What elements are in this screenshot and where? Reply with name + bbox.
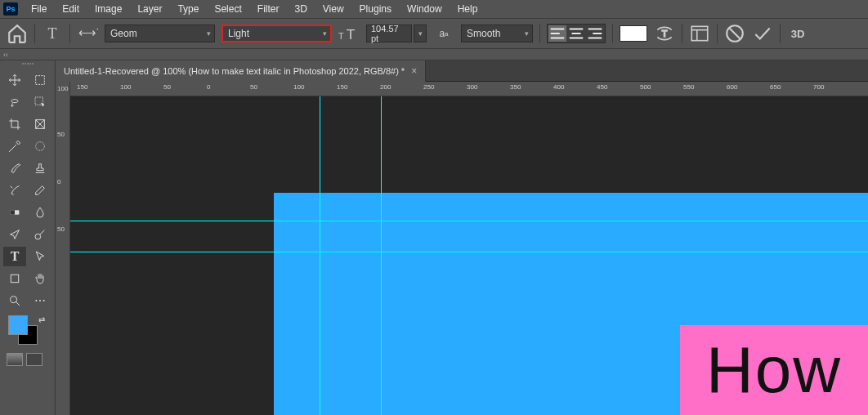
ruler-canvas-region: 100 50 0 50 1501005005010015020025030035…: [56, 82, 868, 415]
patch-tool[interactable]: [29, 136, 51, 156]
canvas[interactable]: How: [70, 96, 868, 415]
guide-horizontal[interactable]: [70, 252, 868, 252]
menu-type[interactable]: Type: [170, 2, 206, 16]
ruler-tick: 550: [683, 83, 694, 91]
stamp-tool[interactable]: [29, 158, 51, 178]
chevron-down-icon: ▾: [207, 29, 211, 38]
font-style-value: Light: [228, 28, 249, 39]
shape-tool[interactable]: [3, 269, 26, 288]
path-select-tool[interactable]: [29, 247, 51, 266]
svg-line-17: [730, 29, 740, 39]
eraser-tool[interactable]: [29, 181, 51, 200]
crop-tool[interactable]: [3, 114, 26, 134]
home-icon[interactable]: [7, 23, 28, 44]
document-tab[interactable]: Untitled-1-Recovered @ 100% (How to make…: [56, 60, 426, 82]
blur-tool[interactable]: [29, 203, 51, 222]
separator: [682, 24, 682, 43]
svg-point-26: [35, 234, 41, 239]
align-center-button[interactable]: [567, 25, 585, 42]
brush-tool[interactable]: [3, 158, 26, 178]
ruler-tick: 50: [163, 83, 171, 91]
object-select-tool[interactable]: [29, 92, 51, 112]
menu-layer[interactable]: Layer: [130, 2, 169, 16]
menu-plugins[interactable]: Plugins: [352, 2, 399, 16]
document-tab-strip: Untitled-1-Recovered @ 100% (How to make…: [56, 60, 868, 82]
separator: [780, 24, 781, 43]
foreground-color-swatch[interactable]: [8, 315, 28, 335]
guide-horizontal[interactable]: [70, 221, 868, 221]
align-right-button[interactable]: [586, 25, 604, 42]
swap-colors-icon[interactable]: ⇄: [38, 315, 47, 324]
horizontal-ruler[interactable]: 1501005005010015020025030035040045050055…: [70, 82, 868, 96]
ruler-tick: 50: [57, 225, 65, 233]
canvas-with-hruler: 1501005005010015020025030035040045050055…: [70, 82, 868, 415]
font-size-icon: TT: [338, 23, 360, 44]
text-layer-how[interactable]: How: [680, 325, 868, 415]
font-family-dropdown[interactable]: Geom ▾: [105, 25, 215, 42]
guide-vertical[interactable]: [381, 96, 382, 415]
menu-view[interactable]: View: [315, 2, 351, 16]
document-tab-title: Untitled-1-Recovered @ 100% (How to make…: [64, 66, 405, 76]
svg-rect-27: [11, 274, 18, 282]
commit-icon[interactable]: [752, 23, 773, 44]
panels-icon[interactable]: [689, 23, 710, 44]
warp-text-icon[interactable]: T: [654, 23, 675, 44]
eyedropper-tool[interactable]: [3, 136, 26, 156]
ruler-tick: 350: [510, 83, 521, 91]
edit-toolbar[interactable]: ⋯: [29, 291, 51, 310]
menu-filter[interactable]: Filter: [250, 2, 287, 16]
svg-point-23: [36, 142, 45, 151]
menu-edit[interactable]: Edit: [55, 2, 87, 16]
gradient-tool[interactable]: [3, 203, 26, 222]
text-orientation-icon[interactable]: ⟷T: [77, 23, 98, 44]
guide-vertical[interactable]: [320, 96, 320, 415]
menu-file[interactable]: File: [24, 2, 54, 16]
svg-text:⟷T: ⟷T: [78, 25, 98, 39]
antialias-dropdown[interactable]: Smooth ▾: [461, 25, 533, 42]
hand-tool[interactable]: [29, 269, 51, 288]
svg-point-28: [11, 297, 17, 303]
menu-select[interactable]: Select: [207, 2, 248, 16]
ruler-tick: 50: [57, 131, 65, 138]
align-left-button[interactable]: [548, 25, 566, 42]
lasso-tool[interactable]: [3, 92, 26, 112]
zoom-tool[interactable]: [3, 291, 26, 310]
ps-logo-icon: Ps: [3, 2, 18, 16]
font-size-chevron[interactable]: ▾: [414, 25, 427, 42]
type-tool[interactable]: T: [3, 247, 26, 266]
menu-window[interactable]: Window: [400, 2, 450, 16]
vertical-ruler[interactable]: 100 50 0 50: [56, 82, 70, 415]
menu-image[interactable]: Image: [87, 2, 129, 16]
ruler-tick: 150: [337, 83, 347, 91]
svg-rect-13: [691, 26, 708, 40]
svg-rect-18: [36, 76, 45, 85]
standard-mode-button[interactable]: [7, 353, 23, 366]
separator: [539, 24, 540, 43]
type-tool-indicator-icon: T: [42, 23, 63, 44]
frame-tool[interactable]: [29, 114, 51, 134]
quickmask-button[interactable]: [26, 353, 43, 366]
marquee-tool[interactable]: [29, 70, 51, 90]
tool-grip-icon[interactable]: [3, 63, 51, 68]
menu-3d[interactable]: 3D: [287, 2, 314, 16]
move-tool[interactable]: [3, 70, 26, 90]
ruler-tick: 0: [57, 178, 60, 185]
collapse-strip[interactable]: ‹‹: [0, 49, 868, 60]
pen-tool[interactable]: [3, 225, 26, 244]
menu-bar: Ps File Edit Image Layer Type Select Fil…: [0, 0, 868, 18]
history-brush-tool[interactable]: [3, 181, 26, 200]
separator: [717, 24, 718, 43]
3d-icon[interactable]: 3D: [787, 23, 808, 44]
cancel-icon[interactable]: [724, 23, 745, 44]
dodge-tool[interactable]: [29, 225, 51, 244]
separator: [69, 24, 70, 43]
close-icon[interactable]: ×: [411, 65, 417, 77]
font-style-dropdown[interactable]: Light ▾: [221, 25, 332, 42]
font-size-group: 104.57 pt ▾: [366, 25, 427, 42]
ruler-tick: 300: [467, 83, 477, 91]
text-color-swatch[interactable]: [620, 25, 647, 42]
menu-help[interactable]: Help: [450, 2, 485, 16]
font-size-input[interactable]: 104.57 pt: [366, 25, 412, 42]
svg-text:T: T: [338, 31, 344, 41]
font-family-value: Geom: [110, 28, 137, 39]
